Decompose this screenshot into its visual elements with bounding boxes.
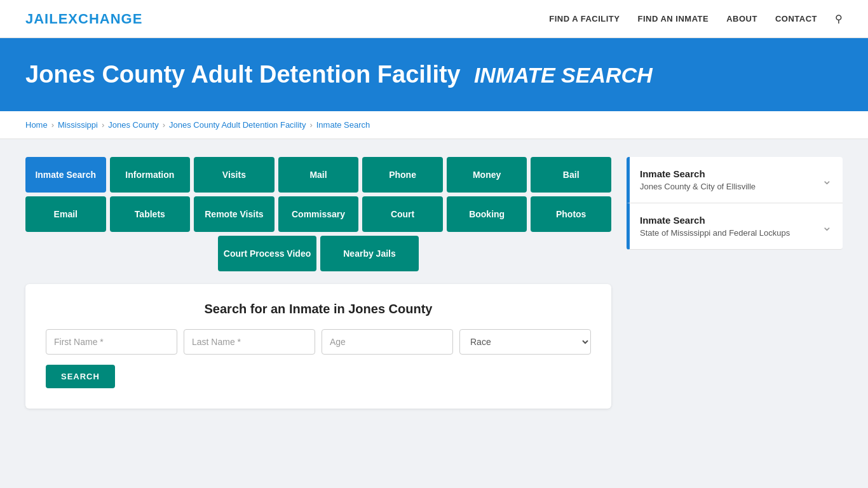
sidebar-item-mississippi[interactable]: Inmate Search State of Mississippi and F…: [627, 203, 843, 250]
tab-photos[interactable]: Photos: [531, 196, 611, 232]
breadcrumb-bar: Home › Mississippi › Jones County › Jone…: [0, 111, 868, 139]
nav-find-inmate[interactable]: FIND AN INMATE: [637, 14, 709, 24]
last-name-input[interactable]: [184, 329, 315, 355]
hero-banner: Jones County Adult Detention Facility IN…: [0, 38, 868, 111]
tab-row-1: Inmate Search Information Visits Mail Ph…: [25, 157, 611, 193]
first-name-input[interactable]: [46, 329, 177, 355]
tab-inmate-search[interactable]: Inmate Search: [25, 157, 106, 193]
sidebar-item-ms-title: Inmate Search: [640, 215, 790, 226]
breadcrumb-jones-county[interactable]: Jones County: [108, 120, 159, 130]
tab-phone[interactable]: Phone: [362, 157, 443, 193]
sidebar-item-jones-title: Inmate Search: [640, 168, 756, 179]
search-button[interactable]: SEARCH: [46, 365, 115, 388]
tab-commissary[interactable]: Commissary: [278, 196, 359, 232]
breadcrumb-mississippi[interactable]: Mississippi: [58, 120, 98, 130]
tab-remote-visits[interactable]: Remote Visits: [194, 196, 275, 232]
logo-exchange: EXCHANGE: [58, 11, 143, 27]
sidebar-item-ms-subtitle: State of Mississippi and Federal Lockups: [640, 228, 790, 238]
breadcrumb-sep-4: ›: [309, 120, 312, 130]
chevron-down-icon-1: ⌄: [822, 172, 832, 187]
tab-court[interactable]: Court: [362, 196, 443, 232]
breadcrumb-current: Inmate Search: [316, 120, 370, 130]
search-form-card: Search for an Inmate in Jones County Rac…: [25, 284, 611, 409]
tab-mail[interactable]: Mail: [278, 157, 359, 193]
age-input[interactable]: [322, 329, 453, 355]
tab-booking[interactable]: Booking: [447, 196, 527, 232]
logo-jail: JAIL: [25, 11, 58, 27]
tab-nearby-jails[interactable]: Nearby Jails: [320, 236, 419, 271]
site-logo[interactable]: JAILEXCHANGE: [25, 11, 142, 27]
nav-about[interactable]: ABOUT: [726, 14, 757, 24]
tab-visits[interactable]: Visits: [194, 157, 275, 193]
tab-row-3: Court Process Video Nearby Jails: [25, 236, 611, 271]
sidebar-item-jones-subtitle: Jones County & City of Ellisville: [640, 182, 756, 191]
search-form-title: Search for an Inmate in Jones County: [46, 302, 591, 316]
breadcrumb-sep-1: ›: [51, 120, 54, 130]
main-nav: FIND A FACILITY FIND AN INMATE ABOUT CON…: [549, 13, 843, 25]
form-name-row: Race: [46, 329, 591, 355]
breadcrumb: Home › Mississippi › Jones County › Jone…: [25, 120, 843, 130]
tab-tablets[interactable]: Tablets: [110, 196, 191, 232]
tab-information[interactable]: Information: [110, 157, 191, 193]
tab-row-2: Email Tablets Remote Visits Commissary C…: [25, 196, 611, 232]
race-select[interactable]: Race: [459, 329, 591, 355]
tab-money[interactable]: Money: [447, 157, 527, 193]
breadcrumb-sep-3: ›: [163, 120, 165, 130]
breadcrumb-facility[interactable]: Jones County Adult Detention Facility: [169, 120, 306, 130]
sidebar: Inmate Search Jones County & City of Ell…: [627, 157, 843, 250]
breadcrumb-home[interactable]: Home: [25, 120, 48, 130]
page-title: Jones County Adult Detention Facility IN…: [25, 61, 843, 88]
chevron-down-icon-2: ⌄: [822, 219, 832, 234]
tab-court-process-video[interactable]: Court Process Video: [218, 236, 316, 271]
site-header: JAILEXCHANGE FIND A FACILITY FIND AN INM…: [0, 0, 868, 38]
search-icon[interactable]: ⚲: [835, 13, 843, 25]
main-column: Inmate Search Information Visits Mail Ph…: [25, 157, 611, 409]
content-area: Inmate Search Information Visits Mail Ph…: [0, 139, 868, 426]
nav-find-facility[interactable]: FIND A FACILITY: [549, 14, 620, 24]
tab-bail[interactable]: Bail: [531, 157, 611, 193]
tab-email[interactable]: Email: [25, 196, 106, 232]
sidebar-item-jones-county[interactable]: Inmate Search Jones County & City of Ell…: [627, 157, 843, 203]
breadcrumb-sep-2: ›: [102, 120, 104, 130]
nav-contact[interactable]: CONTACT: [775, 14, 817, 24]
